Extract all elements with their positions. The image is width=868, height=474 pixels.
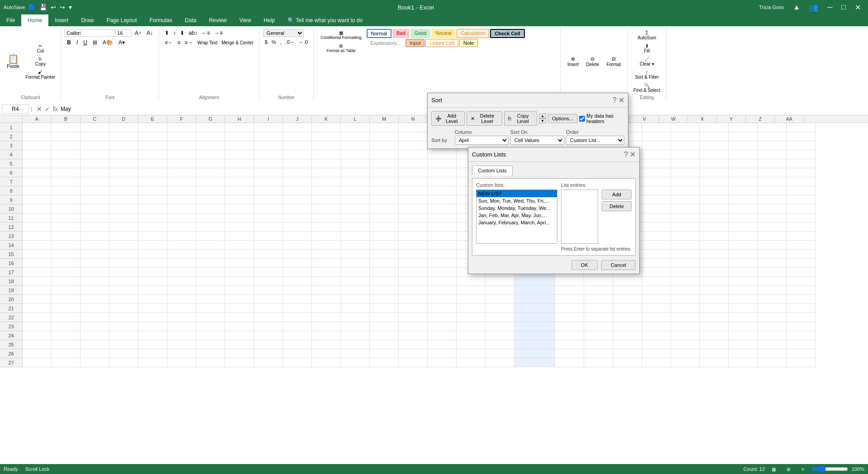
cell-T23[interactable] [584,322,613,331]
cell-I11[interactable] [254,213,283,223]
copy-level-button[interactable]: ⎘ Copy Level [504,111,537,126]
row-header-20[interactable]: 20 [0,295,22,304]
cell-K10[interactable] [312,204,341,213]
border-button[interactable]: ⊞ [90,38,99,47]
cell-I27[interactable] [254,358,283,367]
cell-E12[interactable] [138,223,167,232]
cell-G9[interactable] [196,195,225,204]
cell-J21[interactable] [283,304,312,313]
cell-AA10[interactable] [787,204,816,213]
cell-W13[interactable] [671,232,700,241]
cell-C15[interactable] [80,250,109,259]
cell-X11[interactable] [700,213,729,223]
col-G[interactable]: G [196,115,225,123]
font-size-input[interactable] [115,29,132,37]
cell-W12[interactable] [671,223,700,232]
autosave-toggle[interactable]: 🔵 [27,4,37,11]
cell-G14[interactable] [196,241,225,250]
cell-F18[interactable] [167,277,196,286]
options-button[interactable]: Options... [548,114,577,123]
style-note[interactable]: Note [459,39,478,47]
cell-D18[interactable] [109,277,138,286]
delete-button[interactable]: ⊖ Delete [583,55,603,68]
row-header-12[interactable]: 12 [0,223,22,232]
cell-L24[interactable] [341,331,370,340]
cell-AA3[interactable] [787,141,816,150]
cell-X25[interactable] [700,340,729,349]
cell-R22[interactable] [514,313,555,322]
cell-M9[interactable] [370,195,399,204]
cell-D27[interactable] [109,358,138,367]
cell-D21[interactable] [109,304,138,313]
col-AA[interactable]: AA [775,115,804,123]
row-header-3[interactable]: 3 [0,141,22,150]
cell-C2[interactable] [80,132,109,141]
cell-Y4[interactable] [729,150,758,159]
cell-D23[interactable] [109,322,138,331]
cell-I21[interactable] [254,304,283,313]
cell-B17[interactable] [52,268,80,277]
cell-U25[interactable] [613,340,642,349]
cell-L15[interactable] [341,250,370,259]
cell-I22[interactable] [254,313,283,322]
cell-O9[interactable] [428,195,457,204]
cell-Z4[interactable] [758,150,787,159]
cell-AA15[interactable] [787,250,816,259]
font-name-input[interactable] [65,29,114,37]
align-right-button[interactable]: ≡→ [183,38,195,47]
cell-Z16[interactable] [758,259,787,268]
cell-U23[interactable] [613,322,642,331]
cell-Q26[interactable] [486,349,514,358]
cell-B11[interactable] [52,213,80,223]
sort-dialog-close-button[interactable]: ✕ [618,96,624,104]
cell-J25[interactable] [283,340,312,349]
cell-X6[interactable] [700,168,729,177]
cell-H25[interactable] [225,340,254,349]
cell-H7[interactable] [225,177,254,186]
col-Y[interactable]: Y [717,115,746,123]
cell-K22[interactable] [312,313,341,322]
cell-Y6[interactable] [729,168,758,177]
cell-G19[interactable] [196,286,225,295]
style-explanatory[interactable]: Explanatory... [367,39,405,47]
cell-P26[interactable] [457,349,486,358]
cell-E24[interactable] [138,331,167,340]
cell-J2[interactable] [283,132,312,141]
cell-E16[interactable] [138,259,167,268]
cell-J3[interactable] [283,141,312,150]
cell-S19[interactable] [555,286,584,295]
cell-V1[interactable] [642,123,671,132]
cell-Q24[interactable] [486,331,514,340]
cell-P23[interactable] [457,322,486,331]
cell-Z10[interactable] [758,204,787,213]
cell-Y20[interactable] [729,295,758,304]
cell-N5[interactable] [399,159,428,168]
cell-Z12[interactable] [758,223,787,232]
cell-X19[interactable] [700,286,729,295]
cell-E27[interactable] [138,358,167,367]
cell-C7[interactable] [80,177,109,186]
cell-E17[interactable] [138,268,167,277]
cell-AA4[interactable] [787,150,816,159]
cell-O12[interactable] [428,223,457,232]
cell-Z17[interactable] [758,268,787,277]
sort-dialog-help-button[interactable]: ? [613,96,617,104]
cell-K2[interactable] [312,132,341,141]
tab-formulas[interactable]: Formulas [143,14,179,26]
cell-C1[interactable] [80,123,109,132]
cell-M6[interactable] [370,168,399,177]
cell-I8[interactable] [254,186,283,195]
format-as-table-button[interactable]: ⊞ Format as Table [317,42,365,54]
cell-H5[interactable] [225,159,254,168]
cell-F3[interactable] [167,141,196,150]
cell-V26[interactable] [642,349,671,358]
cell-O15[interactable] [428,250,457,259]
col-L[interactable]: L [341,115,370,123]
cell-V8[interactable] [642,186,671,195]
cell-C19[interactable] [80,286,109,295]
cell-E2[interactable] [138,132,167,141]
cell-B23[interactable] [52,322,80,331]
cell-Y14[interactable] [729,241,758,250]
cell-A7[interactable] [23,177,52,186]
cell-H3[interactable] [225,141,254,150]
